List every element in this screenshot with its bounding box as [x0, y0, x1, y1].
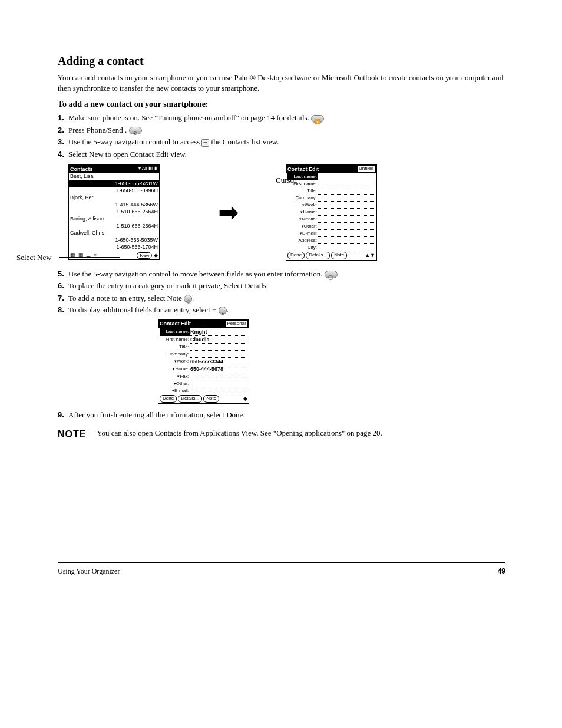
note-text: You can also open Contacts from Applicat…	[97, 428, 382, 441]
contacts-filter[interactable]: All	[142, 166, 147, 171]
address-label: Address:	[287, 237, 318, 244]
intro-text: You can add contacts on your smartphone …	[58, 73, 505, 93]
details-button[interactable]: Details...	[178, 395, 202, 403]
nav-control-icon: ◯	[325, 271, 338, 278]
contact-name[interactable]: Boring, Allison	[70, 216, 104, 222]
title-field[interactable]	[190, 344, 247, 351]
city-field[interactable]	[318, 244, 375, 251]
plus-icon: ＋	[219, 307, 227, 315]
title-field[interactable]	[318, 187, 375, 195]
new-button[interactable]: New	[137, 252, 152, 259]
details-button[interactable]: Details...	[306, 252, 330, 259]
note-label: NOTE	[58, 428, 86, 441]
wireless-icon: 📶	[311, 115, 324, 123]
contact-name[interactable]: Bjork, Per	[70, 195, 94, 201]
company-label: Company:	[287, 195, 318, 202]
scroll-icon[interactable]: ◆	[243, 395, 247, 402]
first-name-label: First name:	[160, 336, 190, 344]
other-label[interactable]: Other:	[160, 380, 190, 387]
arrow-icon: ➡	[219, 200, 239, 224]
last-name-field[interactable]	[318, 173, 375, 180]
note-icon: ◌	[184, 295, 192, 303]
work-label[interactable]: Work:	[160, 358, 190, 365]
other-label[interactable]: Other:	[287, 223, 318, 230]
home-label[interactable]: Home:	[160, 365, 190, 373]
other-field[interactable]	[190, 380, 247, 387]
contacts-app-icon: ☰	[201, 139, 209, 147]
selected-contact-row[interactable]: 1-650-555-5231W	[69, 180, 159, 187]
sub-heading: To add a new contact on your smartphone:	[58, 99, 505, 110]
first-name-field[interactable]	[318, 180, 375, 187]
first-name-field[interactable]: Claudia	[190, 336, 247, 344]
company-label: Company:	[160, 351, 190, 358]
company-field[interactable]	[318, 195, 375, 202]
step-6: To place the entry in a category or mark…	[68, 281, 505, 291]
mobile-field[interactable]	[318, 216, 375, 223]
email-label[interactable]: E-mail:	[287, 230, 318, 237]
phone-send-icon: ✆	[129, 127, 142, 134]
address-field[interactable]	[318, 237, 375, 244]
last-name-label: Last name:	[160, 328, 190, 336]
section-heading: Adding a contact	[58, 53, 505, 69]
contacts-list-screen: Contacts ▾ All ▮ıl ▮ Best, Lisa 1-650-55…	[68, 164, 160, 261]
work-field[interactable]: 650-777-3344	[190, 358, 247, 365]
step-1: Make sure phone is on. See "Turning phon…	[68, 113, 309, 122]
note-button[interactable]: Note	[331, 252, 347, 259]
step-4: Select New to open Contact Edit view.	[68, 149, 505, 160]
contact-name[interactable]: Best, Lisa	[70, 173, 94, 180]
mobile-label[interactable]: Mobile:	[287, 216, 318, 223]
contact-phone[interactable]: 1-650-555-1704H	[116, 244, 158, 251]
scroll-icon[interactable]: ▲▼	[365, 252, 375, 259]
company-field[interactable]	[190, 351, 247, 358]
email-label[interactable]: E-mail:	[160, 387, 190, 394]
work-label[interactable]: Work:	[287, 202, 318, 209]
fax-field[interactable]	[190, 373, 247, 380]
category-selector[interactable]: Personal	[225, 320, 247, 328]
contact-name[interactable]: Cadwell, Chris	[70, 230, 104, 236]
step-9: After you finish entering all the inform…	[68, 410, 505, 420]
home-label[interactable]: Home:	[287, 209, 318, 216]
email-field[interactable]	[190, 387, 247, 394]
edit-title: Contact Edit	[160, 320, 191, 327]
email-field[interactable]	[318, 230, 375, 237]
edit-title: Contact Edit	[287, 166, 319, 173]
done-button[interactable]: Done	[287, 252, 305, 259]
category-selector[interactable]: Unfiled	[357, 165, 375, 173]
contact-phone[interactable]: 1-510-666-2564H	[116, 209, 158, 215]
contact-phone[interactable]: 1-415-444-5356W	[115, 202, 158, 208]
footer-divider	[58, 562, 505, 563]
contact-phone[interactable]: 1-510-666-2564H	[116, 223, 158, 229]
last-name-field[interactable]: Knight	[190, 328, 247, 336]
contacts-title: Contacts	[70, 166, 93, 173]
fax-label[interactable]: Fax:	[160, 373, 190, 380]
note-button[interactable]: Note	[203, 395, 219, 403]
step-2: Press Phone/Send .	[68, 126, 127, 134]
contact-phone[interactable]: 1-650-555-5035W	[115, 237, 158, 243]
done-button[interactable]: Done	[160, 395, 177, 403]
note-block: NOTE You can also open Contacts from App…	[58, 428, 505, 441]
other-field[interactable]	[318, 223, 375, 230]
title-label: Title:	[160, 344, 190, 351]
title-label: Title:	[287, 187, 318, 195]
callout-select-new: Select New	[16, 252, 52, 263]
work-field[interactable]	[318, 202, 375, 209]
callout-cursor: Cursor	[276, 175, 296, 186]
view-icons[interactable]: ▦ ▦ ☰ ≡	[70, 252, 97, 259]
footer-section: Using Your Organizer	[58, 566, 120, 576]
home-field[interactable]: 650-444-5678	[190, 365, 247, 373]
contact-edit-blank-screen: Contact Edit Unfiled Last name: First na…	[286, 164, 377, 261]
step-5: Use the 5-way navigation control to move…	[68, 269, 322, 278]
contact-phone[interactable]: 1-650-555-8996H	[116, 187, 158, 194]
city-label: City:	[287, 244, 318, 251]
page-number: 49	[498, 566, 505, 576]
home-field[interactable]	[318, 209, 375, 216]
contact-edit-filled-screen: Contact Edit Personal Last name:Knight F…	[158, 319, 249, 404]
scroll-icon[interactable]: ◆	[154, 252, 158, 258]
